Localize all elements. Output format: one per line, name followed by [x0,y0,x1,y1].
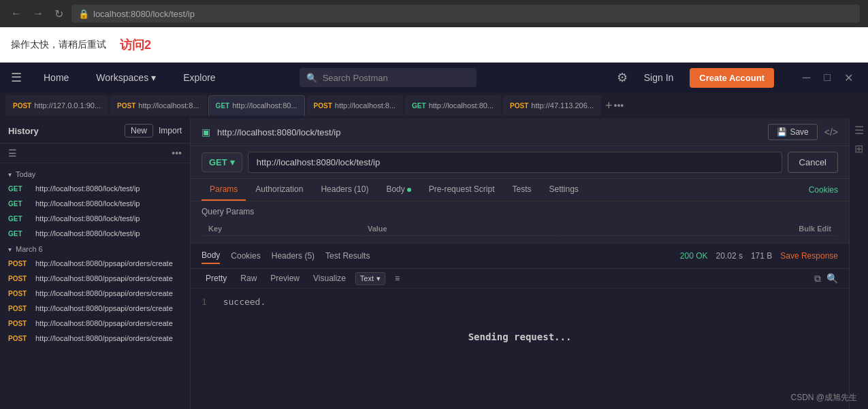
tab-url-5: http://47.113.206... [531,101,594,110]
tab-url-4: http://localhost:80... [429,101,494,110]
tab-method-4: GET [412,102,426,110]
url-bar: GET ▾ Cancel [191,146,849,179]
resp-tab-3[interactable]: Test Results [325,248,370,263]
new-button[interactable]: New [125,124,153,137]
url-text: localhost:8080/lock/test/ip [93,9,195,19]
nav-workspaces[interactable]: Workspaces ▾ [91,69,161,86]
close-button[interactable]: ✕ [840,70,857,86]
history-item-march-5[interactable]: POSThttp://localhost:8080/ppsapi/orders/… [0,331,190,346]
line-wrap-button[interactable]: ≡ [391,272,404,285]
tab-url-3: http://localhost:8... [335,101,396,110]
address-bar[interactable]: 🔒 localhost:8080/lock/test/ip [71,5,860,22]
workspaces-arrow-icon: ▾ [151,72,156,83]
cancel-button[interactable]: Cancel [788,152,838,173]
tab-item-1[interactable]: POSThttp://localhost:8... [110,95,207,116]
create-account-button[interactable]: Create Account [690,68,774,88]
cookies-link[interactable]: Cookies [809,185,838,195]
march-url-0: http://localhost:8080/ppsapi/orders/crea… [35,259,173,267]
maximize-button[interactable]: □ [820,70,835,86]
search-response-icon[interactable]: 🔍 [826,273,838,284]
history-title: History [8,126,125,136]
history-item-today-3[interactable]: GEThttp://localhost:8080/lock/test/ip [0,226,190,241]
sign-in-button[interactable]: Sign In [636,68,682,87]
history-item-today-2[interactable]: GEThttp://localhost:8080/lock/test/ip [0,211,190,226]
refresh-button[interactable]: ↻ [52,5,66,23]
more-tabs-button[interactable]: ••• [614,100,624,111]
value-column-header: Value [362,222,558,236]
req-tab-6[interactable]: Settings [541,179,587,201]
line-number: 1 [202,297,207,307]
hamburger-icon[interactable]: ☰ [11,70,22,85]
collapse-button[interactable]: </> [824,127,838,137]
add-tab-button[interactable]: + [605,99,613,113]
history-item-today-0[interactable]: GEThttp://localhost:8080/lock/test/ip [0,181,190,196]
format-tab-3[interactable]: Visualize [309,272,350,285]
resp-tab-0[interactable]: Body [202,248,220,264]
nav-home[interactable]: Home [38,69,74,86]
tab-url-2: http://localhost:80... [232,101,297,110]
copy-response-icon[interactable]: ⧉ [814,273,821,284]
req-tab-0[interactable]: Params [202,179,246,201]
method-arrow-icon: ▾ [230,157,235,167]
url-input[interactable] [248,152,782,173]
annotation-cn: 操作太快，请稍后重试 [11,39,106,51]
format-tab-1[interactable]: Raw [236,272,261,285]
history-item-march-4[interactable]: POSThttp://localhost:8080/ppsapi/orders/… [0,316,190,331]
item-url-3: http://localhost:8080/lock/test/ip [35,229,140,238]
tab-item-2[interactable]: GEThttp://localhost:80... [208,95,305,116]
format-tab-0[interactable]: Pretty [202,272,231,285]
req-tab-5[interactable]: Tests [504,179,539,201]
filter-icon[interactable]: ☰ [8,148,17,159]
req-tab-4[interactable]: Pre-request Script [421,179,503,201]
status-ok: 200 OK [680,251,708,261]
tab-item-0[interactable]: POSThttp://127.0.0.1:90... [5,95,108,116]
request-tabs: ParamsAuthorizationHeaders (10)BodyPre-r… [191,179,849,201]
text-format-select[interactable]: Text▾ [355,272,385,285]
save-button[interactable]: 💾 Save [768,124,817,140]
search-bar[interactable]: 🔍 Search Postman [300,68,477,87]
status-time: 20.02 s [716,251,743,261]
csdn-watermark: CSDN @成旭先生 [790,392,857,404]
tab-item-3[interactable]: POSThttp://localhost:8... [306,95,404,116]
window-controls: ─ □ ✕ [799,70,857,86]
resp-tab-2[interactable]: Headers (5) [272,248,315,263]
annotation-bar: 操作太快，请稍后重试 访问2 [0,27,868,63]
tab-item-5[interactable]: POSThttp://47.113.206... [502,95,601,116]
req-tab-2[interactable]: Headers (10) [312,179,376,201]
main-area: History New Import ☰ ••• ▾TodayGEThttp:/… [0,118,868,409]
save-response-button[interactable]: Save Response [780,251,838,261]
minimize-button[interactable]: ─ [799,70,814,86]
tab-url-0: http://127.0.0.1:90... [34,101,101,110]
right-panel-icon-2[interactable]: ⊞ [854,142,863,155]
forward-button[interactable]: → [30,5,46,22]
postman-topbar: ☰ Home Workspaces ▾ Explore 🔍 Search Pos… [0,63,868,93]
filter-more-icon[interactable]: ••• [172,148,182,159]
import-button[interactable]: Import [159,126,182,135]
right-sidebar: ☰ ⊞ [849,118,868,409]
history-item-march-2[interactable]: POSThttp://localhost:8080/ppsapi/orders/… [0,286,190,301]
history-item-march-3[interactable]: POSThttp://localhost:8080/ppsapi/orders/… [0,301,190,316]
back-button[interactable]: ← [8,5,25,22]
settings-icon[interactable]: ⚙ [617,70,628,85]
response-area: BodyCookiesHeaders (5)Test Results 200 O… [191,244,849,409]
nav-explore[interactable]: Explore [178,69,221,86]
lock-icon: 🔒 [78,9,89,19]
history-item-today-1[interactable]: GEThttp://localhost:8080/lock/test/ip [0,196,190,211]
history-item-march-1[interactable]: POSThttp://localhost:8080/ppsapi/orders/… [0,271,190,286]
tab-item-4[interactable]: GEThttp://localhost:80... [404,95,501,116]
history-item-march-0[interactable]: POSThttp://localhost:8080/ppsapi/orders/… [0,256,190,271]
annotation-visit2: 访问2 [120,37,151,53]
history-list: ▾TodayGEThttp://localhost:8080/lock/test… [0,163,190,409]
req-tab-3[interactable]: Body [378,179,419,201]
format-tab-2[interactable]: Preview [266,272,304,285]
method-select[interactable]: GET ▾ [202,152,242,172]
march-method-4: POST [8,320,30,327]
req-tab-1[interactable]: Authorization [247,179,311,201]
resp-tab-1[interactable]: Cookies [231,248,260,263]
march-method-1: POST [8,275,30,282]
item-url-2: http://localhost:8080/lock/test/ip [35,214,140,223]
item-method-2: GET [8,215,30,223]
search-icon: 🔍 [306,73,317,83]
bulk-edit-button[interactable]: Bulk Edit [559,222,837,236]
right-panel-icon-1[interactable]: ☰ [854,124,864,137]
